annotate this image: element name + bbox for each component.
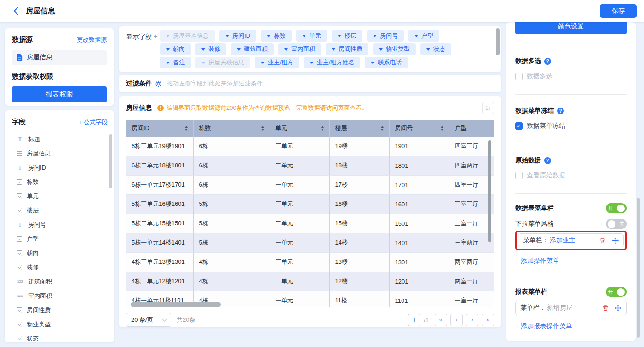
raw-data-checkbox[interactable]	[515, 172, 523, 179]
display-field-chip[interactable]: 户型	[408, 30, 439, 42]
menu-freeze-checkbox-row[interactable]: ✓ 数据菜单冻结	[515, 122, 627, 130]
field-list-item[interactable]: 123室内面积	[12, 289, 108, 303]
display-field-chip[interactable]: 业主/租方	[255, 57, 299, 68]
column-header[interactable]: 楼层	[329, 120, 389, 137]
field-list-item[interactable]: 状态	[12, 331, 108, 342]
field-list-item[interactable]: T标题	[12, 132, 108, 146]
field-list-item[interactable]: I房间号	[12, 217, 108, 232]
field-list-item[interactable]: 朝向	[12, 246, 108, 260]
display-field-chip[interactable]: 建筑面积	[231, 43, 274, 55]
add-action-menu-link[interactable]: + 添加操作菜单	[515, 257, 627, 265]
change-datasource-link[interactable]: 更改数据源	[77, 36, 107, 44]
trash-icon[interactable]	[599, 237, 606, 244]
field-list-item[interactable]: 物业类型	[12, 317, 108, 331]
chip-label: 房间性质	[339, 45, 362, 53]
raw-data-heading: 原始数据 ?	[515, 156, 627, 165]
display-field-chip[interactable]: 单元	[296, 30, 327, 42]
field-list-item[interactable]: 房屋信息	[12, 146, 108, 160]
sort-icon[interactable]	[321, 126, 324, 131]
column-header[interactable]: 户型	[449, 120, 494, 137]
page-number-input[interactable]: 1	[408, 314, 420, 326]
dropdown-style-toggle[interactable]: 关	[606, 219, 627, 229]
report-permission-button[interactable]: 报表权限	[12, 86, 107, 102]
report-menu-item-value[interactable]: 新增房屋	[547, 304, 573, 312]
move-icon[interactable]	[615, 305, 621, 312]
table-menu-item[interactable]: 菜单栏： 添加业主	[518, 233, 624, 247]
display-field-chip[interactable]: 房屋基本信息	[160, 30, 215, 42]
multi-select-checkbox-row[interactable]: 数据多选	[515, 72, 627, 80]
field-list-item[interactable]: 123建筑面积	[12, 274, 108, 289]
gear-icon[interactable]	[155, 80, 162, 87]
report-menu-item[interactable]: 菜单栏： 新增房屋	[515, 301, 627, 315]
display-field-chip[interactable]: 房间号	[367, 30, 404, 42]
column-header[interactable]: 单元	[270, 120, 329, 137]
sort-asc-arrow	[321, 126, 324, 128]
table-menu-toggle[interactable]: 开	[606, 203, 627, 213]
display-field-chip[interactable]: 栋数	[261, 30, 292, 42]
display-field-chip[interactable]: 房间ID	[219, 30, 256, 42]
column-header[interactable]: 房间ID	[126, 120, 193, 137]
trash-icon[interactable]	[602, 305, 609, 311]
datasource-item[interactable]: 房屋信息	[12, 50, 107, 65]
fields-scrollbar[interactable]	[109, 134, 112, 188]
table-menu-item-value[interactable]: 添加业主	[550, 236, 575, 245]
field-list-item[interactable]: I房间ID	[12, 160, 108, 175]
datasource-name: 房屋信息	[27, 53, 52, 62]
display-field-chip[interactable]: 房间性质	[326, 43, 368, 55]
add-report-action-menu-link[interactable]: + 添加报表操作菜单	[515, 322, 627, 330]
last-page-button[interactable]: »	[482, 314, 494, 326]
help-icon[interactable]: ?	[544, 157, 551, 164]
display-field-chip[interactable]: 物业类型	[373, 43, 416, 55]
column-header[interactable]: 栋数	[193, 120, 270, 137]
display-field-chip[interactable]: 装修	[196, 43, 226, 55]
chevron-down-icon	[302, 35, 306, 37]
display-field-chip[interactable]: 状态	[420, 43, 451, 55]
pager: 1 /1 «‹›»	[408, 314, 494, 326]
first-page-button[interactable]: «	[435, 314, 447, 326]
display-field-chip[interactable]: 房屋关联信息	[196, 57, 250, 68]
table-vertical-scrollbar[interactable]	[488, 140, 491, 242]
help-icon[interactable]: ?	[557, 108, 564, 114]
field-list-item[interactable]: 楼层	[12, 203, 108, 217]
back-button[interactable]	[13, 7, 18, 15]
column-header[interactable]: 房间号	[389, 120, 449, 137]
sort-icon[interactable]	[261, 126, 264, 131]
table-cell: 1501	[389, 214, 449, 233]
display-field-chip[interactable]: 业主/租方姓名	[304, 57, 361, 68]
sort-icon[interactable]	[441, 126, 443, 131]
help-icon[interactable]: ?	[544, 58, 551, 65]
table-horizontal-scrollbar[interactable]	[131, 302, 221, 307]
chevron-down-icon	[414, 35, 418, 37]
sort-icon[interactable]	[381, 126, 384, 131]
move-icon[interactable]	[612, 237, 619, 244]
color-settings-button[interactable]: 颜色设置	[515, 22, 627, 34]
table-row: 5栋三单元16楼16015栋三单元16楼1601三室三厅	[126, 194, 494, 214]
display-fields-panel: 显示字段+ 房屋基本信息房间ID栋数单元楼层房间号户型朝向装修建筑面积室内面积房…	[119, 26, 501, 72]
field-list-item[interactable]: 房间性质	[12, 303, 108, 317]
field-list-item[interactable]: 户型	[12, 232, 108, 246]
page-size-select[interactable]: 20 条/页	[126, 313, 171, 327]
sort-order-tool[interactable]: 1↓	[482, 102, 494, 114]
field-list-item[interactable]: 装修	[12, 260, 108, 274]
multi-select-checkbox[interactable]	[515, 73, 523, 80]
display-field-chip[interactable]: 朝向	[160, 43, 191, 55]
table-cell: 17楼	[329, 175, 389, 194]
middle-panel-scrollbar[interactable]	[496, 28, 500, 55]
display-field-chip[interactable]: 联系电话	[365, 57, 408, 68]
field-list-item[interactable]: 栋数	[12, 175, 108, 189]
raw-data-checkbox-row[interactable]: 查看原始数据	[515, 171, 627, 180]
settings-panel-scrollbar[interactable]	[637, 198, 640, 338]
add-formula-field-link[interactable]: + 公式字段	[79, 118, 108, 126]
save-button[interactable]: 保存	[600, 4, 637, 18]
report-menu-toggle[interactable]: 开	[606, 287, 627, 297]
filter-label: 过滤条件	[126, 80, 152, 88]
display-field-chip[interactable]: 楼层	[332, 30, 362, 42]
menu-freeze-checkbox[interactable]: ✓	[515, 122, 523, 130]
next-page-button[interactable]: ›	[466, 314, 478, 326]
prev-page-button[interactable]: ‹	[450, 314, 463, 326]
field-list-item[interactable]: 单元	[12, 189, 108, 203]
display-field-chip[interactable]: 备注	[160, 57, 191, 68]
add-display-field-button[interactable]: +	[154, 32, 158, 40]
sort-icon[interactable]	[185, 126, 188, 131]
display-field-chip[interactable]: 室内面积	[278, 43, 321, 55]
